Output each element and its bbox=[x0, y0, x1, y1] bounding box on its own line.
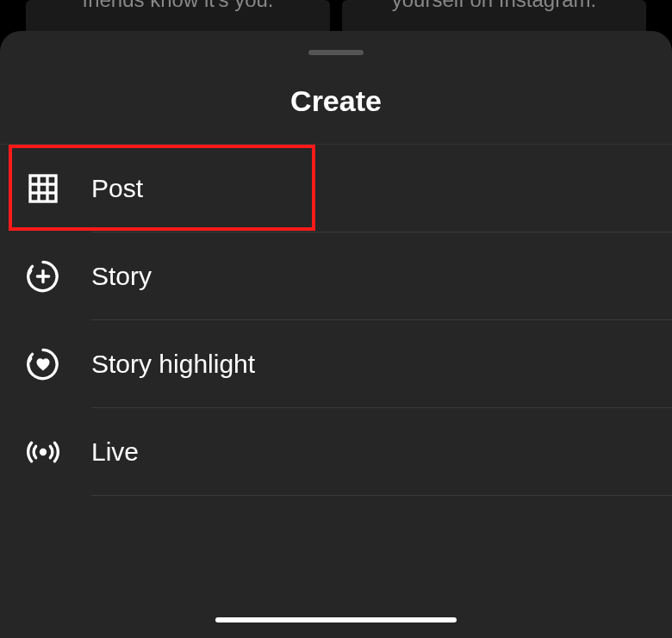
story-heart-icon bbox=[24, 345, 62, 383]
backdrop-cards: friends know it's you. yourself on Insta… bbox=[0, 0, 672, 34]
create-menu: Post Story bbox=[0, 145, 672, 496]
backdrop-text-right: yourself on Instagram. bbox=[392, 0, 596, 11]
svg-point-7 bbox=[40, 449, 47, 455]
divider bbox=[91, 495, 672, 496]
live-icon bbox=[24, 433, 62, 471]
grid-icon bbox=[24, 170, 62, 208]
menu-item-label: Live bbox=[91, 437, 139, 467]
backdrop-card-right: yourself on Instagram. bbox=[342, 0, 646, 34]
menu-item-story-highlight[interactable]: Story highlight bbox=[0, 320, 672, 408]
menu-item-live[interactable]: Live bbox=[0, 408, 672, 496]
menu-item-story[interactable]: Story bbox=[0, 232, 672, 320]
menu-item-post[interactable]: Post bbox=[0, 145, 672, 232]
create-sheet: Create Post bbox=[0, 31, 672, 638]
backdrop-card-left: friends know it's you. bbox=[26, 0, 330, 34]
sheet-title: Create bbox=[0, 55, 672, 145]
menu-item-label: Post bbox=[91, 174, 143, 203]
backdrop-text-left: friends know it's you. bbox=[82, 0, 273, 11]
story-plus-icon bbox=[24, 257, 62, 295]
home-indicator[interactable] bbox=[215, 617, 457, 623]
menu-item-label: Story bbox=[91, 262, 152, 291]
svg-rect-0 bbox=[30, 176, 56, 201]
menu-item-label: Story highlight bbox=[91, 350, 255, 379]
